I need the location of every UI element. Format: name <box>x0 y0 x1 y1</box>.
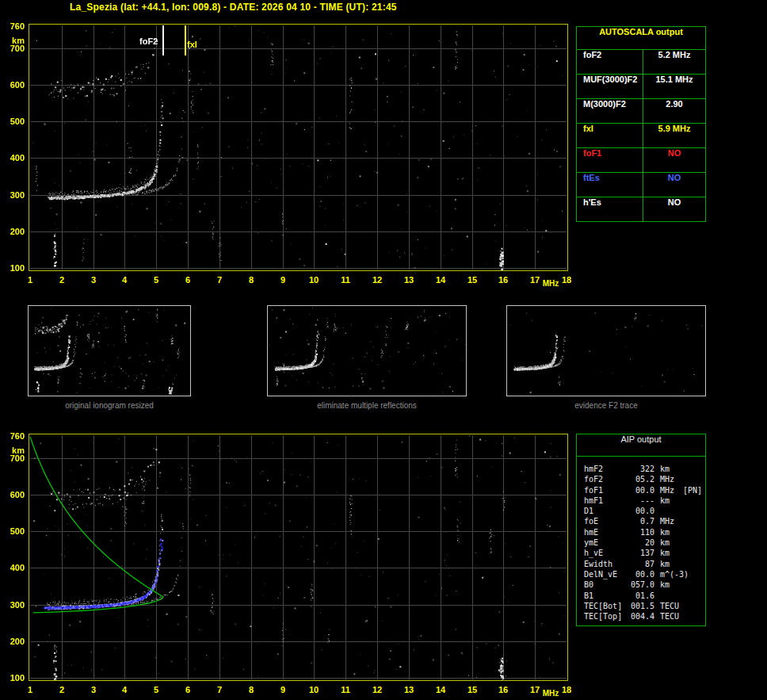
aip-param-value: --- <box>626 496 654 507</box>
fxi-marker-label: fxI <box>187 40 197 49</box>
aip-row-D1: D100.0 <box>577 507 705 517</box>
ionogram-plot-main <box>29 24 568 271</box>
aip-param-name: hmF2 <box>577 465 626 475</box>
aip-param-name: TEC[Bot] <box>577 602 626 612</box>
aip-row-B1: B101.6 <box>577 591 705 602</box>
aip-row-foF1: foF100.0MHz[PN] <box>577 486 705 496</box>
aip-param-value: 20 <box>626 538 654 549</box>
aip-param-name: foE <box>577 517 626 527</box>
y-tick-label: 600 <box>2 490 25 499</box>
aip-param-name: DelN_vE <box>577 570 626 580</box>
page-title: La_Spezia (lat: +44.1, lon: 009.8) - DAT… <box>70 2 397 13</box>
x-tick-label: 14 <box>432 275 449 285</box>
x-tick-label: 9 <box>274 275 292 285</box>
aip-param-name: Ewidth <box>577 560 626 570</box>
autoscala-param-name: foF1 <box>577 148 643 172</box>
x-tick-label: 11 <box>337 685 354 694</box>
y-tick-label: 500 <box>2 526 25 536</box>
aip-row-ymE: ymE20km <box>577 538 705 549</box>
x-tick-label: 13 <box>400 275 418 285</box>
autoscala-param-name: M(3000)F2 <box>577 99 643 123</box>
aip-param-name: foF1 <box>577 486 626 496</box>
x-tick-label: 10 <box>305 275 322 285</box>
ionogram-canvas-main <box>29 25 567 270</box>
aip-param-unit: km <box>654 538 670 549</box>
thumbnail-original-ionogram-canvas <box>29 306 190 396</box>
autoscala-output-title: AUTOSCALA output <box>577 27 705 49</box>
aip-param-name: h_vE <box>577 549 626 559</box>
y-axis-unit-label: km <box>2 36 25 45</box>
x-tick-label: 14 <box>432 685 449 694</box>
x-axis-unit-label: MHz <box>540 279 561 288</box>
aip-output-rows: hmF2322kmfoF205.2MHzfoF100.0MHz[PN]hmF1-… <box>577 457 705 622</box>
x-tick-label: 3 <box>85 685 102 694</box>
y-tick-label: 100 <box>2 673 25 683</box>
y-tick-label: 100 <box>2 263 25 273</box>
x-tick-label: 5 <box>147 275 165 285</box>
autoscala-param-value: 5.9 MHz <box>643 124 705 147</box>
x-tick-label: 2 <box>53 275 71 285</box>
aip-param-value: 004.4 <box>626 612 654 622</box>
thumbnail-evidence-f2-trace-canvas <box>507 306 705 396</box>
aip-row-foE: foE0.7MHz <box>577 517 705 527</box>
autoscala-row-foF1: foF1NO <box>577 147 705 172</box>
y-tick-label: 200 <box>2 227 25 236</box>
y-tick-label: 300 <box>2 190 25 200</box>
aip-row-TEC[Bot]: TEC[Bot]001.5TECU <box>577 602 705 612</box>
aip-param-unit <box>654 591 660 602</box>
autoscala-param-value: NO <box>643 197 705 221</box>
aip-param-unit: km <box>654 580 670 591</box>
autoscala-row-ftEs: ftEsNO <box>577 172 705 197</box>
aip-param-unit: km <box>654 465 670 475</box>
x-tick-label: 16 <box>494 685 512 694</box>
aip-param-unit: MHz <box>654 486 674 496</box>
autoscala-row-fxI: fxI5.9 MHz <box>577 123 705 147</box>
autoscala-param-value: 5.2 MHz <box>643 50 705 74</box>
ionogram-canvas-aip <box>29 434 567 680</box>
aip-param-value: 001.5 <box>626 602 654 612</box>
aip-param-name: TEC[Top] <box>577 612 626 622</box>
x-tick-label: 13 <box>400 685 418 694</box>
y-tick-label: 400 <box>2 153 25 163</box>
x-tick-label: 9 <box>274 685 292 694</box>
aip-param-unit: km <box>654 496 670 507</box>
y-tick-label: 500 <box>2 117 25 126</box>
aip-param-value: 87 <box>626 560 654 570</box>
aip-param-value: 00.0 <box>626 486 654 496</box>
aip-row-hmF1: hmF1---km <box>577 496 705 507</box>
autoscala-row-foF2: foF25.2 MHz <box>577 49 705 74</box>
x-tick-label: 1 <box>21 275 39 285</box>
fof2-marker-label: foF2 <box>139 36 158 46</box>
thumbnail-caption-eliminate: eliminate multiple reflections <box>267 401 467 410</box>
x-tick-label: 16 <box>494 275 512 285</box>
aip-row-foF2: foF205.2MHz <box>577 475 705 485</box>
aip-row-B0: B0057.0km <box>577 580 705 591</box>
aip-param-value: 01.6 <box>626 591 654 602</box>
y-tick-label: 200 <box>2 637 25 646</box>
aip-row-TEC[Top]: TEC[Top]004.4TECU <box>577 612 705 622</box>
ionogram-plot-aip <box>29 434 568 681</box>
aip-output-panel: AIP output hmF2322kmfoF205.2MHzfoF100.0M… <box>576 434 706 626</box>
x-axis-unit-label: MHz <box>540 689 561 698</box>
y-tick-label: 760 <box>2 431 25 441</box>
y-tick-label: 760 <box>2 21 25 31</box>
x-tick-label: 8 <box>242 685 260 694</box>
y-tick-label: 300 <box>2 600 25 610</box>
x-tick-label: 6 <box>179 275 197 285</box>
thumbnail-eliminate-reflections <box>267 305 467 396</box>
thumbnail-caption-evidence: evidence F2 trace <box>506 401 706 410</box>
thumbnail-caption-original: original ionogram resized <box>28 401 191 410</box>
thumbnail-evidence-f2-trace <box>506 305 706 396</box>
aip-param-unit: m^(-3) <box>654 570 689 580</box>
autoscala-param-name: MUF(3000)F2 <box>577 75 643 98</box>
autoscala-param-value: NO <box>643 173 705 197</box>
thumbnail-original-ionogram <box>28 305 191 396</box>
aip-param-unit: km <box>654 560 670 570</box>
aip-param-value: 00.0 <box>626 507 654 517</box>
autoscala-param-name: foF2 <box>577 50 643 74</box>
autoscala-output-rows: foF25.2 MHzMUF(3000)F215.1 MHzM(3000)F22… <box>577 49 705 221</box>
aip-param-name: D1 <box>577 507 626 517</box>
x-tick-label: 12 <box>368 275 386 285</box>
autoscala-param-name: ftEs <box>577 173 643 197</box>
aip-param-value: 057.0 <box>626 580 654 591</box>
